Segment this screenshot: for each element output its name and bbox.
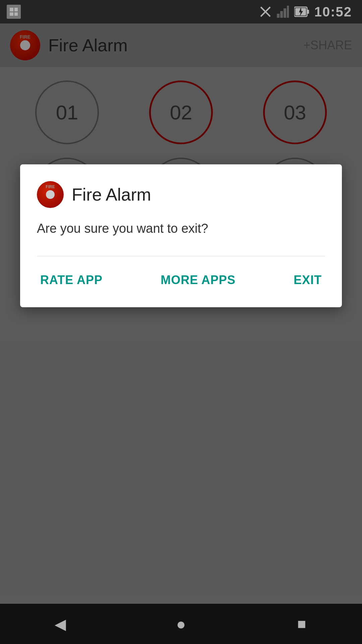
exit-dialog: FIRE Fire Alarm Are you sure you want to… — [20, 164, 342, 307]
exit-button[interactable]: EXIT — [290, 266, 325, 294]
dialog-app-logo: FIRE — [37, 181, 64, 208]
dialog-actions: RATE APP MORE APPS EXIT — [37, 263, 325, 294]
more-apps-button[interactable]: MORE APPS — [157, 266, 239, 294]
dialog-divider — [37, 256, 325, 256]
dialog-overlay — [0, 0, 362, 644]
dialog-message: Are you sure you want to exit? — [37, 221, 325, 236]
dialog-header: FIRE Fire Alarm — [37, 181, 325, 208]
rate-app-button[interactable]: RATE APP — [37, 266, 106, 294]
dialog-app-title: Fire Alarm — [72, 184, 151, 205]
